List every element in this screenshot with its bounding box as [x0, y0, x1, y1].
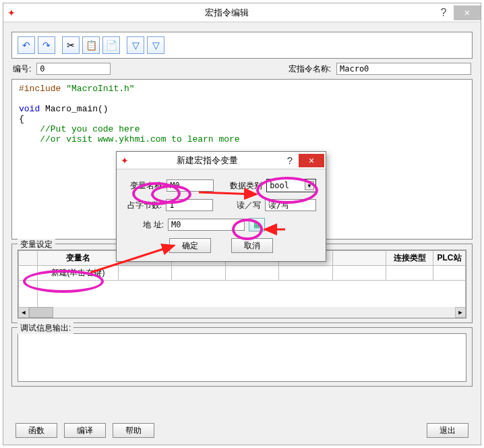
debug-legend: 调试信息输出:	[18, 323, 73, 334]
table-row[interactable]: 新建(单击右键)	[19, 266, 466, 281]
keypad-icon: ▦	[253, 221, 260, 229]
copy-button[interactable]: 📋	[82, 36, 100, 54]
dialog-close-button[interactable]: ×	[299, 154, 324, 167]
bytes-input[interactable]	[166, 199, 213, 211]
id-label: 编号:	[13, 63, 31, 75]
address-label: 地 址:	[126, 219, 164, 231]
new-row-cell[interactable]: 新建(单击右键)	[38, 266, 119, 281]
rw-label: 读／写	[225, 200, 261, 211]
dtype-select[interactable]: bool ▼	[266, 179, 316, 192]
chevron-down-icon[interactable]: ▼	[305, 181, 314, 190]
id-input[interactable]	[36, 63, 111, 75]
scroll-right-icon[interactable]: ►	[455, 307, 466, 318]
address-picker-button[interactable]: ▦	[249, 218, 265, 231]
exit-button[interactable]: 退出	[427, 423, 468, 438]
window-title: 宏指令编辑	[20, 7, 433, 19]
paste-button[interactable]: 📄	[102, 36, 120, 54]
rw-input[interactable]	[265, 199, 316, 211]
help-bottom-button[interactable]: 帮助	[113, 423, 154, 438]
toolbar: ↶ ↷ ✂ 📋 📄 ▽ ▽	[11, 32, 473, 59]
cut-button[interactable]: ✂	[62, 36, 80, 54]
compile-button[interactable]: 编译	[64, 423, 106, 438]
blue-down2-button[interactable]: ▽	[147, 36, 164, 54]
ok-button[interactable]: 确定	[169, 238, 211, 253]
cancel-button[interactable]: 取消	[231, 238, 273, 253]
col-plc[interactable]: PLC站	[433, 251, 466, 266]
macro-name-input[interactable]	[336, 63, 471, 75]
dtype-label: 数据类别	[226, 180, 262, 192]
app-star-icon: ✦	[7, 7, 16, 18]
varname-dlg-label: 变量名称	[126, 180, 162, 192]
varname-dlg-input[interactable]	[167, 179, 214, 192]
debug-output-fieldset: 调试信息输出:	[11, 327, 473, 387]
dialog-star-icon: ✦	[121, 155, 129, 166]
new-variable-dialog: ✦ 新建宏指令变量 ? × 变量名称 数据类别 bool ▼ 占字节数: 读／写…	[116, 151, 326, 262]
help-button[interactable]: ?	[433, 7, 454, 19]
col-blank	[19, 251, 38, 266]
col-conntype[interactable]: 连接类型	[386, 251, 433, 266]
dialog-help-button[interactable]: ?	[281, 155, 299, 166]
close-button[interactable]: ×	[454, 5, 481, 20]
table-row[interactable]	[19, 281, 466, 308]
undo-button[interactable]: ↶	[18, 36, 35, 54]
scroll-thumb[interactable]	[29, 307, 53, 318]
redo-button[interactable]: ↷	[38, 36, 55, 54]
macro-name-label: 宏指令名称:	[289, 63, 331, 75]
table-hscrollbar[interactable]: ◄ ►	[18, 307, 466, 318]
debug-output[interactable]	[18, 333, 466, 382]
blue-down1-button[interactable]: ▽	[127, 36, 144, 54]
varset-legend: 变量设定	[18, 239, 55, 250]
dtype-value: bool	[270, 181, 289, 190]
col-varname[interactable]: 变量名	[38, 251, 119, 266]
main-titlebar: ✦ 宏指令编辑 ? ×	[3, 3, 481, 22]
bytes-label: 占字节数:	[126, 200, 162, 211]
scroll-left-icon[interactable]: ◄	[18, 307, 29, 318]
dialog-title: 新建宏指令变量	[133, 155, 281, 167]
function-button[interactable]: 函数	[16, 423, 57, 438]
address-input[interactable]	[168, 219, 245, 231]
